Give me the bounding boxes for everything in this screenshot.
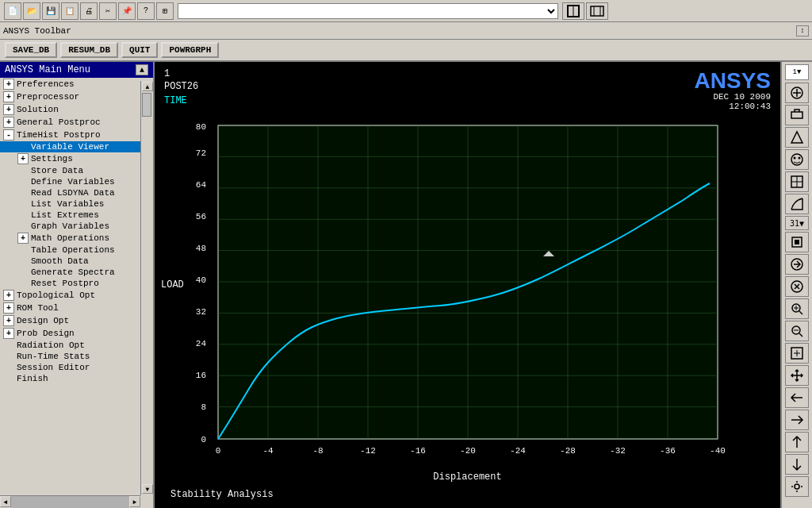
sidebar-item-label-17: Reset Postpro bbox=[31, 279, 99, 288]
sidebar-item-25[interactable]: Finish bbox=[0, 373, 153, 384]
scroll-down-arrow[interactable]: ▼ bbox=[142, 484, 153, 494]
sidebar-item-22[interactable]: Radiation Opt bbox=[0, 340, 153, 351]
ansys-toolbar-bar: ANSYS Toolbar ↕ bbox=[0, 22, 812, 40]
right-btn-2[interactable] bbox=[785, 105, 809, 125]
quit-button[interactable]: QUIT bbox=[121, 42, 158, 58]
svg-text:-32: -32 bbox=[610, 446, 626, 456]
sidebar-item-8[interactable]: Define Variables bbox=[0, 176, 153, 187]
sidebar: ANSYS Main Menu ▲ +Preferences+Preproces… bbox=[0, 62, 155, 508]
sidebar-item-label-6: Settings bbox=[31, 154, 73, 164]
right-dropdown[interactable]: 1▼ bbox=[785, 64, 809, 80]
right-btn-9[interactable] bbox=[785, 276, 809, 297]
sidebar-title: ANSYS Main Menu bbox=[5, 64, 90, 75]
sidebar-item-3[interactable]: +General Postproc bbox=[0, 116, 153, 129]
sidebar-item-7[interactable]: Store Data bbox=[0, 165, 153, 176]
sidebar-item-16[interactable]: Generate Spectra bbox=[0, 267, 153, 278]
window-control[interactable]: ↕ bbox=[796, 25, 809, 37]
sidebar-item-0[interactable]: +Preferences bbox=[0, 78, 153, 90]
right-btn-3[interactable] bbox=[785, 127, 809, 148]
svg-text:-16: -16 bbox=[410, 446, 426, 456]
terminal-icon[interactable]: ⊞ bbox=[156, 2, 174, 20]
sidebar-item-1[interactable]: +Preprocessor bbox=[0, 90, 153, 103]
copy-icon[interactable]: 📌 bbox=[118, 2, 136, 20]
help-icon[interactable]: ? bbox=[137, 2, 155, 20]
scroll-thumb[interactable] bbox=[142, 93, 151, 117]
svg-line-64 bbox=[799, 311, 802, 314]
toolbar-dropdown[interactable] bbox=[178, 3, 558, 19]
new-icon[interactable]: 📄 bbox=[4, 2, 21, 20]
svg-text:72: 72 bbox=[196, 148, 206, 158]
toolbar-right-icon-1[interactable] bbox=[562, 2, 584, 20]
sidebar-item-18[interactable]: +Topological Opt bbox=[0, 289, 153, 302]
right-btn-31[interactable]: 31▼ bbox=[785, 216, 809, 230]
sidebar-item-24[interactable]: Session Editor bbox=[0, 362, 153, 373]
sidebar-item-14[interactable]: Table Operations bbox=[0, 244, 153, 256]
sidebar-item-label-9: Read LSDYNA Data bbox=[31, 188, 115, 198]
right-btn-right[interactable] bbox=[785, 410, 809, 430]
graph-time-label: TIME bbox=[164, 95, 198, 106]
svg-point-71 bbox=[795, 484, 799, 489]
right-btn-6[interactable] bbox=[785, 194, 809, 214]
right-btn-1[interactable] bbox=[785, 83, 809, 103]
svg-text:56: 56 bbox=[196, 212, 206, 221]
horizontal-scrollbar[interactable]: ◄ ► bbox=[0, 495, 140, 508]
right-btn-zoom-in[interactable] bbox=[785, 298, 809, 319]
save-icon[interactable]: 💾 bbox=[42, 2, 59, 20]
ansys-logo-text: ANSYS bbox=[695, 68, 771, 93]
sidebar-item-11[interactable]: List Extremes bbox=[0, 210, 153, 221]
print-icon[interactable]: 🖨 bbox=[80, 2, 98, 20]
sidebar-scrollbar[interactable]: ▲ ▼ bbox=[140, 81, 153, 495]
right-btn-down[interactable] bbox=[785, 454, 809, 475]
svg-text:32: 32 bbox=[196, 307, 206, 317]
graph-post26: POST26 bbox=[164, 81, 198, 92]
h-scroll-track bbox=[11, 496, 129, 508]
right-btn-up[interactable] bbox=[785, 432, 809, 452]
right-btn-zoom-out[interactable] bbox=[785, 321, 809, 341]
sidebar-item-2[interactable]: +Solution bbox=[0, 103, 153, 116]
sidebar-item-label-13: Math Operations bbox=[31, 233, 109, 243]
right-btn-pan[interactable] bbox=[785, 365, 809, 386]
scroll-right-arrow[interactable]: ► bbox=[129, 496, 140, 507]
sidebar-item-13[interactable]: +Math Operations bbox=[0, 232, 153, 244]
graph-info-top: 1 POST26 TIME bbox=[164, 68, 198, 106]
sidebar-item-10[interactable]: List Variables bbox=[0, 198, 153, 210]
ansys-toolbar-label: ANSYS Toolbar bbox=[3, 26, 795, 36]
cut-icon[interactable]: ✂ bbox=[99, 2, 117, 20]
right-dropdown-value: 1 bbox=[793, 68, 797, 76]
sidebar-item-15[interactable]: Smooth Data bbox=[0, 256, 153, 267]
sidebar-item-label-8: Define Variables bbox=[31, 177, 115, 187]
sidebar-item-6[interactable]: +Settings bbox=[0, 152, 153, 165]
sidebar-item-20[interactable]: +Design Opt bbox=[0, 314, 153, 327]
sidebar-item-17[interactable]: Reset Postpro bbox=[0, 278, 153, 289]
scroll-left-arrow[interactable]: ◄ bbox=[0, 496, 11, 507]
sidebar-item-4[interactable]: -TimeHist Postpro bbox=[0, 129, 153, 141]
toolbar-right-icon-2[interactable] bbox=[586, 2, 608, 20]
graph-number: 1 bbox=[164, 68, 198, 79]
resum-db-button[interactable]: RESUM_DB bbox=[60, 42, 118, 58]
second-toolbar: SAVE_DB RESUM_DB QUIT POWRGRPH bbox=[0, 40, 812, 62]
right-btn-fit[interactable] bbox=[785, 343, 809, 364]
sidebar-item-12[interactable]: Graph Variables bbox=[0, 221, 153, 232]
sidebar-items: +Preferences+Preprocessor+Solution+Gener… bbox=[0, 78, 153, 384]
right-btn-settings[interactable] bbox=[785, 476, 809, 497]
sidebar-item-label-14: Table Operations bbox=[31, 245, 115, 255]
sidebar-item-label-1: Preprocessor bbox=[17, 92, 79, 102]
right-btn-5[interactable] bbox=[785, 171, 809, 192]
right-btn-7[interactable] bbox=[785, 232, 809, 252]
open-icon[interactable]: 📂 bbox=[23, 2, 40, 20]
svg-text:48: 48 bbox=[196, 244, 206, 253]
sidebar-item-19[interactable]: +ROM Tool bbox=[0, 302, 153, 314]
sidebar-item-23[interactable]: Run-Time Stats bbox=[0, 351, 153, 362]
sidebar-collapse-button[interactable]: ▲ bbox=[136, 64, 148, 75]
sidebar-item-5[interactable]: Variable Viewer bbox=[0, 141, 153, 152]
right-btn-8[interactable] bbox=[785, 254, 809, 275]
sidebar-item-label-12: Graph Variables bbox=[31, 221, 109, 231]
right-btn-left[interactable] bbox=[785, 387, 809, 408]
save-db-button[interactable]: SAVE_DB bbox=[5, 42, 57, 58]
right-btn-4[interactable] bbox=[785, 149, 809, 170]
powrgrph-button[interactable]: POWRGRPH bbox=[161, 42, 219, 58]
scroll-up-arrow[interactable]: ▲ bbox=[142, 82, 153, 91]
sidebar-item-9[interactable]: Read LSDYNA Data bbox=[0, 187, 153, 198]
saveas-icon[interactable]: 📋 bbox=[61, 2, 79, 20]
sidebar-item-21[interactable]: +Prob Design bbox=[0, 327, 153, 340]
